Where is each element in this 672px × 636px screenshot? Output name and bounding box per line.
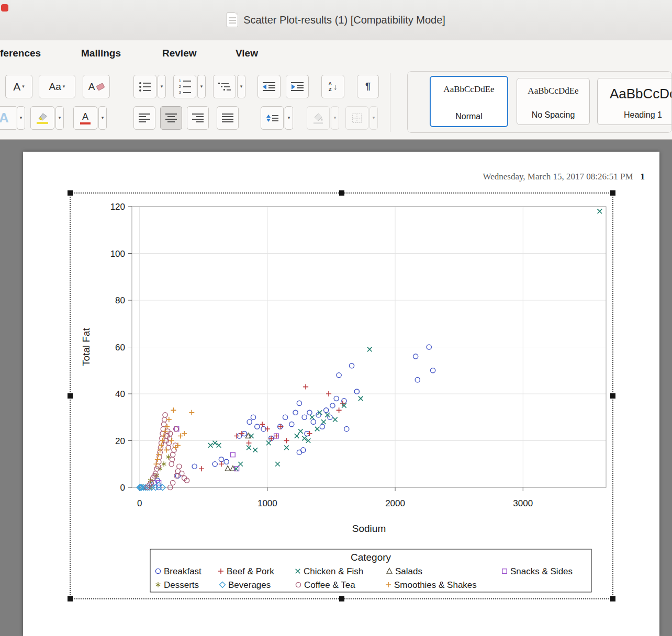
resize-handle-top-middle[interactable] bbox=[339, 190, 344, 196]
sort-az-icon: A Z bbox=[329, 81, 332, 92]
font-color-letter: A bbox=[82, 112, 88, 121]
y-tick-label: 120 bbox=[110, 202, 125, 212]
highlight-color-bar bbox=[37, 122, 48, 124]
borders-dropdown[interactable]: ▾ bbox=[369, 106, 378, 130]
outline-letter-icon: A bbox=[0, 110, 9, 126]
x-tick-label: 0 bbox=[137, 498, 142, 508]
close-window-button[interactable] bbox=[1, 4, 8, 12]
tab-view[interactable]: View bbox=[236, 40, 258, 66]
resize-handle-top-left[interactable] bbox=[68, 190, 73, 196]
align-left-button[interactable] bbox=[133, 106, 155, 130]
borders-button[interactable] bbox=[345, 106, 368, 130]
y-tick-label: 60 bbox=[115, 343, 125, 353]
scatter-plot-canvas: 0100020003000020406080100120SodiumTotal … bbox=[71, 194, 612, 598]
document-page: Wednesday, March 15, 2017 08:26:51 PM1 0… bbox=[23, 152, 659, 636]
bullets-button[interactable] bbox=[133, 75, 156, 98]
highlight-dropdown[interactable]: ▾ bbox=[55, 106, 64, 130]
x-axis-label: Sodium bbox=[352, 523, 386, 534]
style-card-heading-1[interactable]: AaBbCcDc Heading 1 bbox=[597, 78, 672, 125]
increase-indent-button[interactable] bbox=[286, 75, 309, 98]
text-effects-button[interactable]: A ▾ bbox=[5, 75, 32, 98]
align-left-icon bbox=[139, 113, 150, 122]
font-color-button[interactable]: A bbox=[73, 106, 97, 130]
chevron-down-icon: ▾ bbox=[63, 84, 65, 89]
line-spacing-lines-icon bbox=[272, 115, 278, 121]
style-name: No Spacing bbox=[532, 110, 575, 120]
bullets-dropdown[interactable]: ▾ bbox=[158, 75, 166, 98]
ribbon-tab-row: ferences Mailings Review View bbox=[0, 40, 672, 66]
chevron-down-icon: ▾ bbox=[240, 84, 243, 89]
change-case-button[interactable]: Aa ▾ bbox=[39, 75, 75, 98]
resize-handle-middle-left[interactable] bbox=[68, 393, 73, 399]
multilevel-list-button[interactable] bbox=[213, 75, 236, 98]
y-tick-label: 40 bbox=[115, 389, 125, 399]
paint-bucket-icon bbox=[312, 112, 324, 124]
style-card-no-spacing[interactable]: AaBbCcDdEe No Spacing bbox=[517, 78, 590, 125]
series-beef-pork bbox=[199, 384, 345, 472]
x-tick-label: 1000 bbox=[257, 498, 277, 508]
header-date: Wednesday, March 15, 2017 08:26:51 PM1 bbox=[483, 172, 645, 182]
pilcrow-icon: ¶ bbox=[365, 81, 371, 92]
font-color-bar bbox=[80, 122, 91, 124]
sort-arrow-icon: ↓ bbox=[333, 82, 338, 91]
chart-object[interactable]: 0100020003000020406080100120SodiumTotal … bbox=[70, 192, 613, 599]
shading-dropdown[interactable]: ▾ bbox=[331, 106, 339, 130]
line-spacing-dropdown[interactable]: ▾ bbox=[285, 106, 293, 130]
window-titlebar: Scatter Plot-results (1) [Compatibility … bbox=[0, 0, 672, 40]
series-breakfast bbox=[145, 345, 435, 490]
multilevel-list-icon bbox=[218, 83, 231, 90]
legend-entry-label: Desserts bbox=[164, 580, 199, 590]
resize-handle-top-right[interactable] bbox=[610, 190, 615, 196]
style-preview-text: AaBbCcDdEe bbox=[528, 86, 578, 96]
justify-button[interactable] bbox=[217, 106, 239, 130]
multilevel-list-dropdown[interactable]: ▾ bbox=[237, 75, 245, 98]
line-spacing-arrows-icon bbox=[266, 115, 271, 122]
header-date-text: Wednesday, March 15, 2017 08:26:51 PM bbox=[483, 172, 633, 181]
clear-formatting-button[interactable]: A bbox=[83, 75, 110, 98]
tab-references[interactable]: ferences bbox=[0, 40, 41, 66]
y-axis-label: Total Fat bbox=[81, 327, 92, 366]
decrease-indent-button[interactable] bbox=[257, 75, 281, 98]
align-center-button[interactable] bbox=[160, 106, 182, 130]
numbering-dropdown[interactable]: ▾ bbox=[197, 75, 206, 98]
style-card-normal[interactable]: AaBbCcDdEe Normal bbox=[430, 76, 508, 127]
numbered-list-icon: 1 2 3 bbox=[179, 79, 191, 95]
ribbon: A ▾ Aa ▾ A A ▾ ▾ A ▾ bbox=[0, 66, 672, 140]
legend-entry-label: Beverages bbox=[228, 580, 271, 590]
eraser-icon bbox=[96, 83, 105, 90]
text-effects-icon: A bbox=[13, 81, 20, 93]
y-tick-label: 80 bbox=[115, 296, 125, 305]
font-color-dropdown[interactable]: ▾ bbox=[98, 106, 107, 130]
legend-entry-label: Smoothies & Shakes bbox=[394, 580, 477, 590]
sort-button[interactable]: A Z ↓ bbox=[321, 75, 344, 98]
tab-review[interactable]: Review bbox=[162, 40, 196, 66]
show-paragraph-marks-button[interactable]: ¶ bbox=[357, 75, 379, 98]
document-icon bbox=[227, 13, 238, 27]
text-outline-dropdown[interactable]: ▾ bbox=[17, 106, 25, 130]
resize-handle-bottom-left[interactable] bbox=[68, 596, 73, 601]
resize-handle-middle-right[interactable] bbox=[610, 393, 615, 399]
style-preview-text: AaBbCcDdEe bbox=[443, 84, 494, 95]
tab-mailings[interactable]: Mailings bbox=[81, 40, 121, 66]
ribbon-group-divider bbox=[390, 73, 390, 132]
shading-button[interactable] bbox=[307, 106, 330, 130]
legend-entry-label: Salads bbox=[395, 566, 422, 576]
legend-entry-label: Chicken & Fish bbox=[304, 566, 363, 576]
resize-handle-bottom-right[interactable] bbox=[610, 596, 615, 601]
chevron-down-icon: ▾ bbox=[373, 116, 375, 120]
chevron-down-icon: ▾ bbox=[334, 116, 337, 120]
numbering-button[interactable]: 1 2 3 bbox=[173, 75, 196, 98]
chevron-down-icon: ▾ bbox=[200, 84, 203, 89]
legend-entry-label: Snacks & Sides bbox=[510, 566, 573, 576]
chart-legend: CategoryBreakfastBeef & PorkChicken & Fi… bbox=[150, 549, 591, 592]
line-spacing-button[interactable] bbox=[261, 106, 284, 130]
borders-grid-icon bbox=[352, 113, 362, 123]
text-outline-button[interactable]: A bbox=[0, 106, 16, 130]
align-center-icon bbox=[165, 113, 177, 122]
align-right-button[interactable] bbox=[187, 106, 209, 130]
highlight-button[interactable] bbox=[30, 106, 54, 130]
y-tick-label: 100 bbox=[110, 249, 125, 259]
resize-handle-bottom-middle[interactable] bbox=[339, 596, 344, 601]
x-tick-label: 3000 bbox=[513, 498, 533, 508]
justify-icon bbox=[222, 113, 233, 122]
